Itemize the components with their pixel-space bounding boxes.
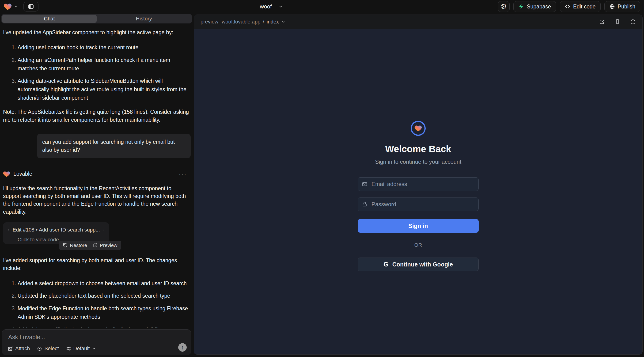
chat-panel: I've updated the AppSidebar component to… xyxy=(0,24,193,328)
topbar-actions: ⚙ Supabase Edit code Publish xyxy=(498,1,640,12)
google-sign-in-button[interactable]: G Continue with Google xyxy=(358,258,479,271)
google-label: Continue with Google xyxy=(392,261,453,268)
lock-icon xyxy=(362,202,368,207)
google-icon: G xyxy=(384,260,388,268)
preview-controls xyxy=(599,19,636,25)
email-field[interactable] xyxy=(358,177,479,191)
composer-toolbar: Attach Select Default xyxy=(8,346,96,352)
phone-icon xyxy=(615,19,620,25)
edit-card-actions: Restore Preview xyxy=(59,241,121,250)
supabase-button[interactable]: Supabase xyxy=(513,1,556,12)
globe-icon xyxy=(609,4,615,10)
lovable-heart-icon xyxy=(4,3,12,10)
assistant-name: Lovable xyxy=(13,170,32,178)
preview-url-separator: / xyxy=(263,19,264,25)
assistant-list: Adding useLocation hook to track the cur… xyxy=(3,44,191,102)
mobile-view-button[interactable] xyxy=(615,19,620,25)
or-label: OR xyxy=(414,242,422,248)
preview-label: Preview xyxy=(100,242,118,249)
attach-button[interactable]: Attach xyxy=(8,346,30,352)
lovable-brand[interactable] xyxy=(4,3,18,10)
refresh-icon xyxy=(630,19,636,25)
external-link-icon xyxy=(599,19,605,25)
gear-icon: ⚙ xyxy=(501,3,507,10)
restore-label: Restore xyxy=(70,242,87,249)
preview-url-text: preview--woof.lovable.app xyxy=(200,19,260,25)
preview-url-bar[interactable]: preview--woof.lovable.app / index xyxy=(200,19,286,25)
email-field-wrapper xyxy=(358,177,479,191)
chevron-down-icon xyxy=(14,4,18,9)
assistant-note: Note: The AppSidebar.tsx file is getting… xyxy=(3,108,191,124)
sliders-icon xyxy=(66,346,71,351)
restore-icon xyxy=(63,243,68,248)
chevron-down-icon xyxy=(281,20,286,24)
settings-button[interactable]: ⚙ xyxy=(498,1,510,12)
mode-selector[interactable]: Default xyxy=(66,346,96,352)
project-name: woof xyxy=(260,3,272,10)
chat-input[interactable] xyxy=(8,334,172,340)
arrow-up-icon: ↑ xyxy=(181,344,184,351)
chat-composer: Attach Select Default ↑ xyxy=(2,329,191,355)
edit-card-title: Edit #108 • Add user ID search supp... xyxy=(13,226,100,234)
chat-history-tabs: Chat History xyxy=(2,14,192,24)
send-button[interactable]: ↑ xyxy=(178,343,187,352)
list-item: Added a select dropdown to choose betwee… xyxy=(18,279,191,288)
project-switcher[interactable]: woof xyxy=(260,0,283,13)
assistant-message-header: Lovable ··· xyxy=(3,170,191,178)
publish-button[interactable]: Publish xyxy=(604,1,640,12)
assistant-list: Added a select dropdown to choose betwee… xyxy=(3,279,191,328)
attach-label: Attach xyxy=(15,346,30,352)
preview-route: index xyxy=(267,19,279,25)
list-item: Adding an isCurrentPath helper function … xyxy=(18,56,191,73)
top-bar: woof ⚙ Supabase Edit code Publish xyxy=(0,0,644,13)
restore-button[interactable]: Restore xyxy=(63,242,87,249)
select-target-icon xyxy=(37,346,42,351)
app-logo xyxy=(411,121,426,136)
supabase-label: Supabase xyxy=(527,4,551,10)
more-options-button[interactable]: ··· xyxy=(179,170,187,178)
sidebar-toggle-button[interactable] xyxy=(24,2,38,12)
page-title: Welcome Back xyxy=(385,144,451,154)
or-divider: OR xyxy=(358,242,479,248)
tab-history[interactable]: History xyxy=(96,15,191,23)
password-field-wrapper xyxy=(358,198,479,211)
list-item: Added the user ID display in the results… xyxy=(18,325,191,328)
page-subtitle: Sign in to continue to your account xyxy=(375,158,461,165)
list-item: Modified the Edge Function to handle bot… xyxy=(18,304,191,321)
code-icon xyxy=(7,227,10,233)
select-label: Select xyxy=(44,346,59,352)
refresh-button[interactable] xyxy=(630,19,636,25)
list-item: Adding data-active attribute to SidebarM… xyxy=(18,77,191,102)
list-item: Adding useLocation hook to track the cur… xyxy=(18,44,191,52)
list-item: Updated the placeholder text based on th… xyxy=(18,292,191,300)
tab-chat[interactable]: Chat xyxy=(2,15,96,23)
open-in-new-tab-button[interactable] xyxy=(599,19,605,25)
edit-code-label: Edit code xyxy=(573,4,596,10)
mail-icon xyxy=(362,181,368,187)
assistant-paragraph: I've added support for searching by both… xyxy=(3,256,191,272)
divider-line xyxy=(358,245,410,245)
divider-line xyxy=(427,245,479,245)
password-field[interactable] xyxy=(358,198,479,211)
preview-button[interactable]: Preview xyxy=(93,242,118,249)
chevron-down-icon xyxy=(278,4,283,9)
lovable-avatar-icon xyxy=(3,171,10,177)
sign-in-button[interactable]: Sign in xyxy=(358,219,479,233)
select-button[interactable]: Select xyxy=(37,346,59,352)
mode-label: Default xyxy=(74,346,90,352)
user-message-bubble: can you add support for searching not on… xyxy=(37,134,191,158)
publish-label: Publish xyxy=(618,4,635,10)
panel-left-icon xyxy=(28,4,34,10)
login-card: Welcome Back Sign in to continue to your… xyxy=(358,121,479,271)
chevron-right-icon xyxy=(103,228,105,232)
preview-panel: preview--woof.lovable.app / index xyxy=(194,14,642,355)
assistant-paragraph: I'll update the search functionality in … xyxy=(3,184,191,216)
code-icon xyxy=(565,4,570,10)
edit-card-wrapper: Edit #108 • Add user ID search supp... C… xyxy=(3,222,112,250)
heart-icon xyxy=(414,125,422,132)
attach-image-icon xyxy=(8,346,13,351)
chevron-down-icon xyxy=(92,346,96,351)
assistant-paragraph: I've updated the AppSidebar component to… xyxy=(3,28,191,36)
preview-header: preview--woof.lovable.app / index xyxy=(194,15,642,29)
edit-code-button[interactable]: Edit code xyxy=(560,1,600,12)
